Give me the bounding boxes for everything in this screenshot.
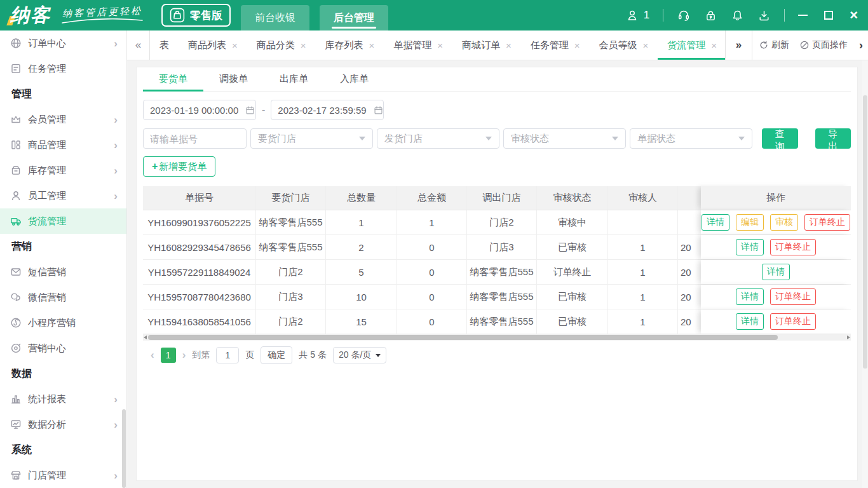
bell-icon[interactable]: [731, 9, 744, 22]
export-button[interactable]: 导出: [815, 128, 851, 149]
doc-tab-1[interactable]: 调拨单: [203, 67, 264, 91]
open-tab-2[interactable]: 商品分类×: [247, 30, 316, 60]
sidebar-item-门店管理[interactable]: 门店管理›: [0, 463, 126, 488]
close-button[interactable]: ×: [850, 11, 858, 20]
next-page-button[interactable]: ›: [182, 349, 186, 362]
sidebar-item-营销中心[interactable]: 营销中心: [0, 336, 126, 361]
goto-page-input[interactable]: [216, 347, 239, 363]
open-tab-8[interactable]: 货流管理×: [658, 30, 725, 60]
order-no-input[interactable]: [143, 128, 247, 149]
sidebar-item-货流管理[interactable]: 货流管理: [0, 208, 126, 234]
sidebar-section-8: 营销: [0, 234, 126, 259]
sidebar-item-员工管理[interactable]: 员工管理›: [0, 183, 126, 208]
lock-icon[interactable]: [704, 9, 717, 22]
sidebar-item-商品管理[interactable]: 商品管理›: [0, 132, 126, 158]
calendar-icon: [238, 105, 261, 116]
analysis-icon: [10, 418, 22, 431]
chevron-right-icon: ›: [114, 140, 118, 151]
doc-tab-2[interactable]: 出库单: [264, 67, 324, 91]
close-tab-icon[interactable]: ×: [437, 41, 443, 50]
action-详情-button[interactable]: 详情: [736, 239, 764, 255]
cell-auditor: 1: [608, 260, 678, 284]
sidebar-scrollbar[interactable]: [122, 409, 126, 488]
filter-select-label: 单据状态: [637, 133, 675, 145]
search-button[interactable]: 查询: [762, 128, 798, 149]
open-tab-label: 商品分类: [257, 39, 295, 51]
action-订单终止-button[interactable]: 订单终止: [770, 239, 816, 255]
sidebar-item-统计报表[interactable]: 统计报表›: [0, 386, 126, 412]
cell-out_store: 纳客零售店555: [467, 260, 537, 284]
open-tab-5[interactable]: 商城订单×: [452, 30, 521, 60]
open-tab-1[interactable]: 商品列表×: [179, 30, 247, 60]
action-订单终止-button[interactable]: 订单终止: [804, 214, 850, 231]
action-详情-button[interactable]: 详情: [762, 264, 790, 280]
col-header-7: [678, 186, 701, 210]
online-users[interactable]: 1: [625, 8, 649, 22]
sidebar-item-数据分析[interactable]: 数据分析›: [0, 412, 126, 437]
download-icon[interactable]: [757, 9, 771, 22]
close-tab-icon[interactable]: ×: [232, 41, 238, 50]
close-tab-icon[interactable]: ×: [369, 41, 375, 50]
nav-front-cashier[interactable]: 前台收银: [241, 5, 309, 30]
sidebar-section-13: 数据: [0, 361, 126, 386]
add-requisition-button[interactable]: + 新增要货单: [143, 156, 215, 177]
sidebar-item-库存管理[interactable]: 库存管理›: [0, 158, 126, 183]
doc-tab-0[interactable]: 要货单: [143, 67, 203, 91]
open-tab-3[interactable]: 库存列表×: [316, 30, 384, 60]
confirm-page-button[interactable]: 确定: [261, 346, 292, 364]
open-tab-7[interactable]: 会员等级×: [590, 30, 658, 60]
prev-page-button[interactable]: ‹: [151, 349, 154, 362]
cell-actions: 详情订单终止: [701, 235, 851, 259]
vertical-scroll-thumb[interactable]: [863, 95, 867, 369]
filter-select-3[interactable]: 单据状态: [630, 128, 752, 149]
scroll-left-arrow-icon[interactable]: [144, 336, 147, 339]
action-编辑-button[interactable]: 编辑: [736, 214, 764, 231]
action-审核-button[interactable]: 审核: [770, 214, 798, 231]
close-tab-icon[interactable]: ×: [574, 41, 580, 50]
action-详情-button[interactable]: 详情: [702, 214, 729, 231]
mode-switcher: 前台收银后台管理: [231, 5, 388, 30]
sidebar-item-任务管理[interactable]: 任务管理: [0, 56, 126, 81]
open-tab-6[interactable]: 任务管理×: [521, 30, 590, 60]
close-tab-icon[interactable]: ×: [711, 41, 717, 50]
scroll-right-arrow-icon[interactable]: [847, 336, 850, 339]
horizontal-scroll-thumb[interactable]: [148, 335, 778, 340]
action-订单终止-button[interactable]: 订单终止: [770, 313, 816, 330]
doc-tab-3[interactable]: 入库单: [324, 67, 384, 91]
filter-select-1[interactable]: 发货门店: [377, 128, 499, 149]
action-详情-button[interactable]: 详情: [736, 313, 764, 330]
table-row: YH15941638058541056门店2150纳客零售店555已审核120详…: [143, 309, 851, 334]
action-详情-button[interactable]: 详情: [736, 288, 764, 305]
sidebar-item-短信营销[interactable]: 短信营销: [0, 259, 126, 285]
headset-icon[interactable]: [677, 8, 691, 22]
table-row: YH16099019376052225纳客零售店55511门店2审核中详情编辑审…: [143, 210, 851, 235]
sidebar-item-小程序营销[interactable]: 小程序营销: [0, 310, 126, 336]
date-to-input[interactable]: 2023-02-17 23:59:59: [271, 100, 384, 120]
page-operations-button[interactable]: 页面操作: [799, 39, 848, 51]
refresh-button[interactable]: 刷新: [759, 39, 789, 51]
tabs-scroll-right-icon[interactable]: »: [725, 30, 752, 60]
filter-select-2[interactable]: 审核状态: [503, 128, 626, 149]
more-actions-chevron-icon[interactable]: ›: [854, 30, 868, 60]
open-tab-4[interactable]: 单据管理×: [384, 30, 452, 60]
nav-backoffice[interactable]: 后台管理: [320, 5, 388, 30]
action-订单终止-button[interactable]: 订单终止: [770, 288, 816, 305]
maximize-button[interactable]: [824, 11, 833, 20]
close-tab-icon[interactable]: ×: [301, 41, 306, 50]
task-icon: [10, 62, 22, 75]
sidebar-section-16: 系统: [0, 437, 126, 463]
open-tab-0[interactable]: 表: [150, 30, 179, 60]
close-tab-icon[interactable]: ×: [643, 41, 649, 50]
close-tab-icon[interactable]: ×: [506, 41, 512, 50]
sidebar-item-微信营销[interactable]: 微信营销: [0, 285, 126, 310]
date-from-input[interactable]: 2023-01-19 00:00:00: [143, 100, 256, 120]
page-1-button[interactable]: 1: [161, 348, 176, 363]
tabs-scroll-left-icon[interactable]: «: [127, 30, 150, 60]
sidebar-item-订单中心[interactable]: 订单中心›: [0, 30, 126, 56]
mail-icon: [10, 266, 22, 278]
minimize-button[interactable]: [798, 15, 808, 16]
col-header-4: 调出门店: [467, 186, 537, 210]
filter-select-0[interactable]: 要货门店: [250, 128, 373, 149]
page-size-select[interactable]: 20 条/页: [333, 347, 386, 363]
sidebar-item-会员管理[interactable]: 会员管理›: [0, 107, 126, 132]
